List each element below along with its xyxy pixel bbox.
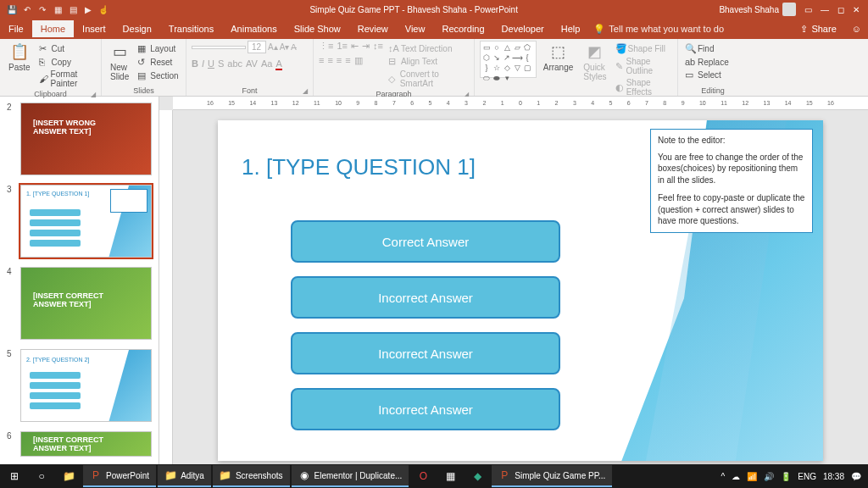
font-color-button[interactable]: A	[275, 58, 281, 70]
shadow-button[interactable]: abc	[227, 58, 242, 70]
thumbnail-2[interactable]: 2 [INSERT WRONGANSWER TEXT]	[0, 100, 159, 182]
grow-font-icon[interactable]: A▴	[268, 42, 278, 52]
thumbnail-3[interactable]: 3 1. [TYPE QUESTION 1]	[0, 182, 159, 264]
qat-icon[interactable]: ▦	[53, 4, 63, 14]
user-account[interactable]: Bhavesh Shaha	[719, 3, 796, 16]
tab-review[interactable]: Review	[349, 20, 397, 37]
quick-styles-button[interactable]: ◩Quick Styles	[580, 41, 609, 83]
tray-cloud-icon[interactable]: ☁	[732, 472, 740, 481]
slide-canvas[interactable]: 1. [TYPE QUESTION 1] Correct Answer Inco…	[218, 120, 823, 461]
close-icon[interactable]: ✕	[853, 5, 860, 14]
arrange-button[interactable]: ⬚Arrange	[540, 41, 577, 74]
tab-slideshow[interactable]: Slide Show	[286, 20, 349, 37]
taskbar-app[interactable]: ▦	[437, 465, 463, 487]
tray-volume-icon[interactable]: 🔊	[764, 472, 774, 481]
undo-icon[interactable]: ↶	[22, 4, 32, 14]
tab-transitions[interactable]: Transitions	[160, 20, 222, 37]
font-family-select[interactable]	[192, 46, 246, 49]
taskbar-powerpoint[interactable]: PPowerPoint	[83, 465, 156, 487]
tab-design[interactable]: Design	[114, 20, 160, 37]
clear-format-icon[interactable]: A̶	[291, 42, 297, 52]
columns-icon[interactable]: ▥	[354, 55, 363, 66]
align-text-button[interactable]: ⊟Align Text	[387, 55, 469, 68]
format-painter-button[interactable]: 🖌Format Painter	[37, 69, 96, 89]
tab-home[interactable]: Home	[32, 20, 74, 37]
answer-correct[interactable]: Correct Answer	[291, 220, 560, 263]
minimize-icon[interactable]: —	[821, 5, 829, 14]
maximize-icon[interactable]: ◻	[837, 5, 844, 14]
tab-view[interactable]: View	[397, 20, 434, 37]
tray-clock[interactable]: 18:38	[823, 472, 844, 481]
tab-recording[interactable]: Recording	[433, 20, 492, 37]
slide-title[interactable]: 1. [TYPE QUESTION 1]	[242, 154, 476, 180]
indent-inc-icon[interactable]: ⇥	[362, 41, 370, 52]
italic-button[interactable]: I	[202, 58, 204, 70]
launcher-icon[interactable]: ◢	[303, 87, 308, 95]
spacing-button[interactable]: AV	[246, 58, 258, 70]
shape-outline-button[interactable]: ✎Shape Outline	[614, 56, 672, 76]
taskbar-screenshots[interactable]: 📁Screenshots	[213, 465, 290, 487]
start-button[interactable]: ⊞	[2, 465, 27, 487]
justify-icon[interactable]: ≡	[345, 55, 350, 66]
taskbar-opera[interactable]: O	[410, 465, 436, 487]
redo-icon[interactable]: ↷	[37, 4, 47, 14]
taskbar-aditya[interactable]: 📁Aditya	[158, 465, 211, 487]
slideshow-icon[interactable]: ▶	[83, 4, 93, 14]
thumbnail-5[interactable]: 5 2. [TYPE QUESTION 2]	[0, 347, 159, 429]
strike-button[interactable]: S	[218, 58, 224, 70]
tray-battery-icon[interactable]: 🔋	[781, 472, 791, 481]
align-left-icon[interactable]: ≡	[319, 55, 324, 66]
numbering-icon[interactable]: 1≡	[337, 41, 348, 52]
tab-animations[interactable]: Animations	[222, 20, 285, 37]
save-icon[interactable]: 💾	[7, 4, 17, 14]
shrink-font-icon[interactable]: A▾	[280, 42, 290, 52]
explorer-button[interactable]: 📁	[56, 465, 81, 487]
thumbnail-4[interactable]: 4 [INSERT CORRECTANSWER TEXT]	[0, 264, 159, 347]
launcher-icon[interactable]: ◢	[91, 91, 96, 98]
cut-button[interactable]: ✂Cut	[37, 42, 96, 55]
underline-button[interactable]: U	[208, 58, 214, 70]
replace-button[interactable]: abReplace	[683, 56, 731, 68]
find-button[interactable]: 🔍Find	[683, 42, 731, 55]
answer-incorrect[interactable]: Incorrect Answer	[291, 276, 560, 319]
share-button[interactable]: ⇪Share	[792, 24, 844, 35]
line-spacing-icon[interactable]: ↕≡	[373, 41, 383, 52]
reset-button[interactable]: ↺Reset	[136, 56, 180, 69]
touch-icon[interactable]: ☝	[98, 4, 108, 14]
bullets-icon[interactable]: ⋮≡	[319, 41, 333, 52]
taskbar-ppt2[interactable]: PSimple Quiz Game PP...	[492, 465, 612, 487]
select-button[interactable]: ▭Select	[683, 69, 731, 81]
copy-button[interactable]: ⎘Copy	[37, 56, 96, 68]
ribbon-options-icon[interactable]: ▭	[804, 5, 812, 14]
editor-note[interactable]: Note to the editor: You are free to chan…	[650, 129, 813, 233]
tray-chevron-icon[interactable]: ^	[721, 472, 726, 481]
taskbar-chrome[interactable]: ◉Elementor | Duplicate...	[292, 465, 409, 487]
tell-me[interactable]: 💡Tell me what you want to do	[593, 24, 724, 35]
case-button[interactable]: Aa	[261, 58, 272, 70]
indent-dec-icon[interactable]: ⇤	[351, 41, 359, 52]
font-size-select[interactable]: 12	[248, 41, 266, 53]
section-button[interactable]: ▤Section	[136, 69, 180, 82]
text-direction-button[interactable]: ↕AText Direction	[387, 42, 469, 54]
shape-effects-button[interactable]: ◐Shape Effects	[614, 77, 672, 97]
taskbar-app[interactable]: ◆	[465, 465, 490, 487]
new-slide-button[interactable]: ▭New Slide	[107, 41, 132, 83]
answer-incorrect[interactable]: Incorrect Answer	[291, 332, 560, 374]
tray-language[interactable]: ENG	[798, 472, 816, 481]
paste-button[interactable]: 📋Paste	[5, 41, 34, 74]
thumbnail-6[interactable]: 6 [INSERT CORRECTANSWER TEXT]	[0, 429, 159, 463]
tab-file[interactable]: File	[0, 20, 32, 37]
tray-notifications-icon[interactable]: 💬	[851, 472, 861, 481]
smartart-button[interactable]: ◇Convert to SmartArt	[387, 69, 469, 89]
search-button[interactable]: ○	[29, 465, 54, 487]
align-right-icon[interactable]: ≡	[337, 55, 342, 66]
answer-incorrect[interactable]: Incorrect Answer	[291, 388, 560, 430]
qat-icon[interactable]: ▤	[68, 4, 78, 14]
tab-developer[interactable]: Developer	[493, 20, 553, 37]
shapes-gallery[interactable]: ▭○△▱⬠⬡ ↘↗⟶{}☆ ◇▽▢⬭⬬▾	[480, 41, 537, 78]
feedback-icon[interactable]: ☺	[845, 24, 868, 34]
align-center-icon[interactable]: ≡	[327, 55, 332, 66]
tab-insert[interactable]: Insert	[74, 20, 114, 37]
bold-button[interactable]: B	[192, 58, 198, 70]
layout-button[interactable]: ▦Layout	[136, 42, 180, 55]
